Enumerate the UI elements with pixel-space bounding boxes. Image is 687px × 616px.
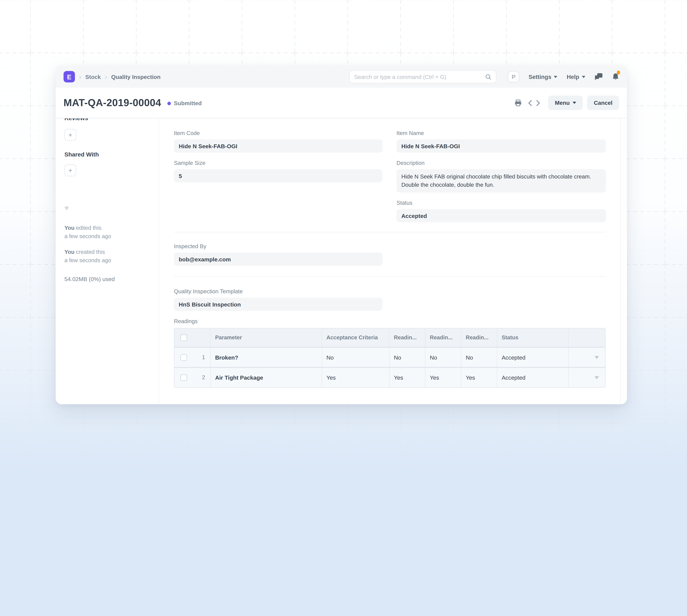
item-code-field[interactable]: Hide N Seek-FAB-OGI	[174, 139, 383, 153]
page-actions: Menu Cancel	[514, 95, 619, 110]
sample-size-group: Sample Size 5	[174, 160, 383, 193]
inspector-section: Inspected By bob@example.com	[174, 233, 605, 277]
readings-table: Parameter Acceptance Criteria Readin... …	[174, 328, 605, 388]
erpnext-logo[interactable]: E	[64, 71, 75, 83]
reading2-cell[interactable]: Yes	[426, 368, 461, 387]
sample-size-field[interactable]: 5	[174, 169, 383, 182]
template-field[interactable]: HnS Biscuit Inspection	[174, 298, 383, 311]
row-index: 1	[202, 354, 205, 360]
table-row[interactable]: 1 Broken? No No No No Accepted	[174, 347, 605, 367]
readings-table-header: Parameter Acceptance Criteria Readin... …	[174, 329, 605, 347]
status-badge: Submitted	[174, 100, 202, 107]
cancel-label: Cancel	[594, 100, 613, 106]
chat-button[interactable]	[595, 73, 603, 81]
chevron-right-icon: ›	[79, 73, 81, 81]
chevron-right-icon	[536, 100, 541, 106]
reading2-cell[interactable]: No	[426, 348, 461, 367]
chevron-down-icon	[554, 75, 557, 78]
row-status-cell[interactable]: Accepted	[497, 348, 569, 367]
row-status-cell[interactable]: Accepted	[497, 368, 569, 387]
row-checkbox[interactable]	[181, 354, 187, 361]
column-header-parameter[interactable]: Parameter	[211, 329, 322, 347]
page-header: MAT-QA-2019-00004 Submitted	[56, 88, 627, 118]
column-header-acceptance-criteria[interactable]: Acceptance Criteria	[322, 329, 390, 347]
reading3-cell[interactable]: Yes	[461, 368, 497, 387]
readings-label: Readings	[174, 318, 605, 325]
breadcrumb-quality-inspection[interactable]: Quality Inspection	[111, 73, 160, 80]
form-area: Item Code Hide N Seek-FAB-OGI Item Name …	[159, 118, 621, 404]
activity-action: created this	[76, 248, 105, 255]
chat-icon	[595, 73, 603, 81]
activity-entry: Youedited this a few seconds ago	[65, 224, 150, 240]
search-placeholder: Search or type a command (Ctrl + G)	[354, 73, 485, 80]
reading1-cell[interactable]: No	[390, 348, 426, 367]
column-header-reading-1[interactable]: Readin...	[390, 329, 426, 347]
global-search-input[interactable]: Search or type a command (Ctrl + G)	[349, 70, 497, 83]
printer-icon	[514, 99, 522, 106]
item-name-field[interactable]: Hide N Seek-FAB-OGI	[396, 139, 606, 153]
parameter-cell[interactable]: Air Tight Package	[211, 368, 322, 387]
chevron-left-icon	[528, 100, 532, 106]
heart-icon[interactable]: ♥	[65, 204, 150, 212]
activity-user: You	[65, 224, 75, 231]
acceptance-cell[interactable]: No	[322, 348, 390, 367]
previous-document-button[interactable]	[528, 100, 532, 106]
help-menu[interactable]: Help	[567, 73, 585, 80]
dropdown-arrow-icon[interactable]	[595, 376, 599, 379]
table-row[interactable]: 2 Air Tight Package Yes Yes Yes Yes Acce…	[174, 367, 605, 387]
reading1-cell[interactable]: Yes	[390, 368, 426, 387]
reviews-section-label: Reviews	[65, 118, 150, 122]
status-label: Status	[396, 199, 606, 206]
document-body: Reviews + Shared With + ♥ Youedited this…	[56, 118, 627, 404]
settings-label: Settings	[529, 73, 551, 80]
row-checkbox[interactable]	[181, 374, 187, 381]
description-field[interactable]: Hide N Seek FAB original chocolate chip …	[396, 169, 606, 193]
breadcrumb-stock[interactable]: Stock	[85, 73, 101, 80]
reading3-cell[interactable]: No	[461, 348, 497, 367]
template-label: Quality Inspection Template	[174, 288, 383, 295]
add-share-button[interactable]: +	[65, 164, 76, 176]
column-header-reading-3[interactable]: Readin...	[461, 329, 497, 347]
notifications-button[interactable]	[612, 73, 619, 81]
item-section: Item Code Hide N Seek-FAB-OGI Item Name …	[174, 118, 605, 233]
cancel-button[interactable]: Cancel	[587, 95, 619, 110]
next-document-button[interactable]	[536, 100, 541, 106]
activity-entry: Youcreated this a few seconds ago	[65, 248, 150, 264]
inspected-by-label: Inspected By	[174, 243, 383, 249]
description-group: Description Hide N Seek FAB original cho…	[396, 160, 606, 193]
page-title: MAT-QA-2019-00004	[64, 97, 161, 109]
row-index: 2	[202, 375, 205, 381]
inspected-by-field[interactable]: bob@example.com	[174, 252, 383, 266]
app-window: E › Stock › Quality Inspection Search or…	[56, 66, 627, 404]
status-indicator-dot	[167, 102, 171, 105]
settings-menu[interactable]: Settings	[529, 73, 557, 80]
select-all-checkbox[interactable]	[181, 334, 187, 341]
acceptance-cell[interactable]: Yes	[322, 368, 390, 387]
sample-size-label: Sample Size	[174, 160, 383, 166]
page-background: E › Stock › Quality Inspection Search or…	[0, 0, 687, 469]
user-avatar[interactable]: P	[508, 71, 519, 83]
column-header-status[interactable]: Status	[497, 329, 569, 347]
search-icon	[485, 73, 492, 80]
menu-button[interactable]: Menu	[548, 95, 583, 110]
dropdown-arrow-icon[interactable]	[595, 356, 599, 359]
column-header-reading-2[interactable]: Readin...	[426, 329, 461, 347]
navbar-right: P Settings Help	[508, 71, 619, 83]
chevron-down-icon	[573, 102, 576, 104]
status-group: Status Accepted	[396, 199, 606, 222]
status-field[interactable]: Accepted	[396, 209, 606, 222]
parameter-cell[interactable]: Broken?	[211, 348, 322, 367]
item-name-label: Item Name	[396, 130, 606, 136]
help-label: Help	[567, 73, 579, 80]
navbar: E › Stock › Quality Inspection Search or…	[56, 66, 627, 88]
activity-action: edited this	[76, 224, 101, 231]
print-button[interactable]	[514, 99, 522, 106]
chevron-down-icon	[582, 75, 586, 78]
item-code-group: Item Code Hide N Seek-FAB-OGI	[174, 130, 383, 153]
menu-label: Menu	[555, 100, 570, 106]
notification-dot	[617, 70, 620, 74]
add-review-button[interactable]: +	[65, 129, 76, 141]
chevron-right-icon: ›	[105, 73, 107, 81]
storage-usage: 54.02MB (0%) used	[65, 276, 150, 282]
activity-user: You	[65, 248, 75, 255]
